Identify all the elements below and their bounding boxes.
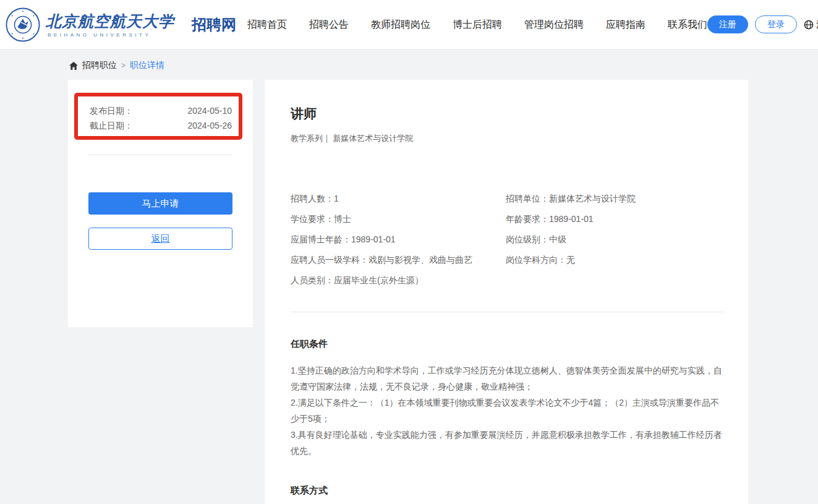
nav-item-admin-positions[interactable]: 管理岗位招聘 (524, 0, 584, 49)
field-headcount: 招聘人数：1 (291, 189, 506, 209)
job-detail-card: 讲师 教学系列｜ 新媒体艺术与设计学院 招聘人数：1 学位要求：博士 应届博士年… (265, 80, 748, 504)
publish-date-value: 2024-05-10 (187, 103, 232, 118)
nav-item-announcements[interactable]: 招聘公告 (309, 0, 349, 49)
breadcrumb-separator: > (121, 61, 126, 70)
job-subtitle: 教学系列｜ 新媒体艺术与设计学院 (291, 133, 723, 144)
field-personnel-category: 人员类别：应届毕业生(京外生源） (291, 270, 506, 291)
requirements-heading: 任职条件 (291, 338, 723, 350)
requirement-item-3: 3.具有良好理论基础，专业实践能力强，有参加重要展演经历，并愿意积极承担教学工作… (291, 427, 723, 459)
main-nav: 招聘首页 招聘公告 教师招聘岗位 博士后招聘 管理岗位招聘 应聘指南 联系我们 (247, 0, 707, 49)
field-first-level-discipline: 应聘人员一级学科：戏剧与影视学、戏曲与曲艺 (291, 250, 506, 270)
nav-item-home[interactable]: 招聘首页 (247, 0, 287, 49)
globe-icon (804, 20, 814, 30)
header-actions: 注册 登录 汉语 (707, 15, 818, 33)
detail-column-right: 招聘单位：新媒体艺术与设计学院 年龄要求：1989-01-01 岗位级别：中级 … (506, 189, 723, 291)
breadcrumb-current[interactable]: 职位详情 (130, 60, 164, 71)
section-divider (291, 312, 723, 312)
nav-item-teacher-positions[interactable]: 教师招聘岗位 (371, 0, 430, 49)
field-hiring-unit: 招聘单位：新媒体艺术与设计学院 (506, 189, 723, 209)
breadcrumb: 招聘职位 > 职位详情 (69, 60, 818, 71)
date-block: 发布日期： 2024-05-10 截止日期： 2024-05-26 (68, 80, 253, 133)
university-logo-link[interactable]: 北京航空航天大学 BEIHANG UNIVERSITY (5, 7, 174, 43)
job-meta-card: 发布日期： 2024-05-10 截止日期： 2024-05-26 马上申请 返… (68, 80, 253, 327)
university-seal-icon (5, 7, 41, 43)
requirement-item-1: 1.坚持正确的政治方向和学术导向，工作或学习经历充分体现立德树人、德智体美劳全面… (291, 362, 723, 395)
login-button[interactable]: 登录 (755, 15, 797, 33)
home-icon (69, 62, 78, 70)
back-button[interactable]: 返回 (88, 228, 232, 250)
nav-item-application-guide[interactable]: 应聘指南 (606, 0, 645, 49)
field-age-requirement: 年龄要求：1989-01-01 (506, 209, 723, 229)
field-position-level: 岗位级别：中级 (506, 229, 723, 250)
breadcrumb-jobs-link[interactable]: 招聘职位 (82, 60, 117, 71)
sidebar-divider (88, 155, 232, 155)
requirement-item-2: 2.满足以下条件之一：（1）在本领域重要刊物或重要会议发表学术论文不少于4篇；（… (291, 395, 723, 427)
publish-date-label: 发布日期： (90, 103, 133, 118)
nav-item-postdoc[interactable]: 博士后招聘 (453, 0, 502, 49)
university-name-zh: 北京航空航天大学 (46, 12, 174, 30)
deadline-label: 截止日期： (90, 118, 133, 133)
requirements-text: 1.坚持正确的政治方向和学术导向，工作或学习经历充分体现立德树人、德智体美劳全面… (291, 362, 723, 459)
field-degree-requirement: 学位要求：博士 (291, 209, 506, 229)
field-discipline-direction: 岗位学科方向：无 (506, 250, 723, 270)
apply-now-button[interactable]: 马上申请 (88, 192, 232, 215)
site-name: 招聘网 (192, 15, 236, 35)
contact-heading: 联系方式 (291, 485, 723, 497)
deadline-row: 截止日期： 2024-05-26 (90, 118, 232, 133)
university-name-en: BEIHANG UNIVERSITY (46, 32, 174, 38)
field-fresh-phd-age: 应届博士年龄：1989-01-01 (291, 229, 506, 250)
content-area: 发布日期： 2024-05-10 截止日期： 2024-05-26 马上申请 返… (68, 80, 818, 504)
language-selector[interactable]: 汉语 (804, 19, 818, 30)
register-button[interactable]: 注册 (707, 15, 748, 33)
site-header: 北京航空航天大学 BEIHANG UNIVERSITY 招聘网 招聘首页 招聘公… (0, 0, 818, 49)
detail-column-left: 招聘人数：1 学位要求：博士 应届博士年龄：1989-01-01 应聘人员一级学… (291, 189, 506, 291)
publish-date-row: 发布日期： 2024-05-10 (90, 103, 232, 118)
job-detail-grid: 招聘人数：1 学位要求：博士 应届博士年龄：1989-01-01 应聘人员一级学… (291, 189, 723, 291)
nav-item-contact-us[interactable]: 联系我们 (668, 0, 707, 49)
job-title: 讲师 (291, 105, 723, 122)
deadline-value: 2024-05-26 (187, 118, 232, 133)
